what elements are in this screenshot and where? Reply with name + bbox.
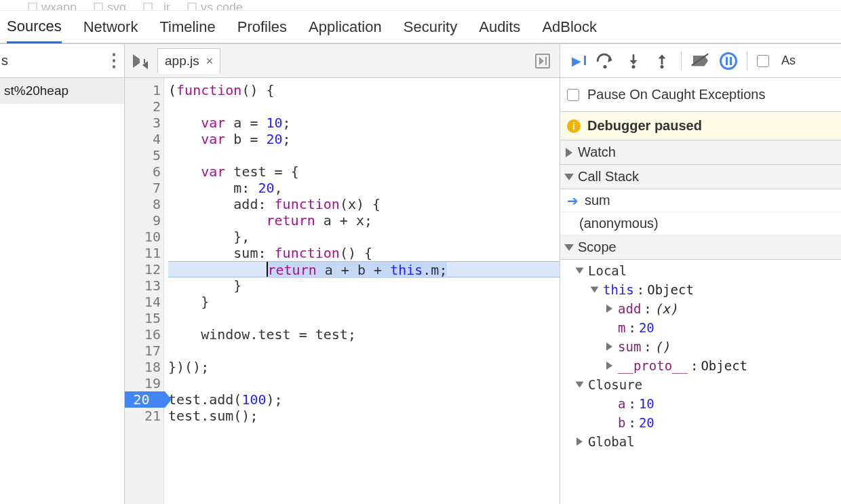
tab-application[interactable]: Application	[309, 11, 382, 43]
pause-on-exceptions-icon[interactable]	[720, 52, 737, 70]
expand-icon[interactable]	[606, 362, 612, 370]
callstack-frame[interactable]: sum	[560, 189, 841, 212]
tab-profiles[interactable]: Profiles	[237, 11, 287, 43]
collapse-icon[interactable]	[576, 382, 584, 388]
navigator-title-cut: s	[1, 53, 8, 69]
tab-network[interactable]: Network	[83, 11, 138, 43]
step-into-icon[interactable]	[624, 53, 643, 69]
debugger-status-text: Debugger paused	[587, 118, 702, 134]
scope-section-header[interactable]: Scope	[560, 235, 841, 260]
deactivate-breakpoints-icon[interactable]	[691, 53, 710, 69]
gutter[interactable]: 123456789101112131415161718192021	[125, 78, 164, 504]
collapse-icon	[564, 244, 574, 251]
scope-prop[interactable]: b: 20	[564, 413, 841, 432]
debugger-status-row: i Debugger paused	[560, 112, 841, 140]
expand-icon[interactable]	[576, 438, 583, 446]
close-tab-icon[interactable]: ×	[206, 54, 214, 69]
tab-timeline[interactable]: Timeline	[159, 11, 215, 43]
debugger-sidebar: As Pause On Caught Exceptions i Debugger…	[560, 44, 841, 504]
expand-icon[interactable]	[606, 305, 612, 313]
tab-security[interactable]: Security	[404, 11, 457, 43]
collapse-icon[interactable]	[591, 287, 599, 293]
toolbar-divider	[681, 52, 682, 71]
pause-caught-row[interactable]: Pause On Caught Exceptions	[560, 78, 841, 112]
tab-adblock[interactable]: AdBlock	[542, 11, 597, 43]
callstack-frame[interactable]: (anonymous)	[560, 212, 841, 235]
scope-label: Scope	[578, 239, 617, 255]
source-editor-panel: app.js × 1234567891011121314151617181920…	[125, 44, 560, 504]
file-tab-label: app.js	[165, 54, 199, 69]
scope-closure-label: Closure	[588, 375, 642, 394]
watch-section-header[interactable]: Watch	[560, 140, 841, 165]
callstack-label: Call Stack	[578, 169, 639, 185]
pause-caught-label: Pause On Caught Exceptions	[587, 87, 765, 102]
scope-this-type: Object	[647, 280, 694, 299]
code-editor[interactable]: 123456789101112131415161718192021 (funct…	[125, 78, 560, 504]
callstack-list: sum(anonymous)	[560, 189, 841, 235]
scope-this-key: this	[603, 280, 634, 299]
scope-prop[interactable]: sum: ()	[564, 337, 841, 356]
expand-icon[interactable]	[606, 343, 612, 351]
file-tab[interactable]: app.js ×	[157, 48, 220, 74]
async-label-cut: As	[781, 54, 796, 68]
info-icon: i	[567, 119, 581, 133]
callstack-section-header[interactable]: Call Stack	[560, 165, 841, 189]
debugger-toolbar: As	[560, 44, 841, 78]
scope-prop[interactable]: add: (x)	[564, 299, 841, 318]
devtools-tabs: SourcesNetworkTimelineProfilesApplicatio…	[0, 11, 841, 43]
watch-label: Watch	[578, 144, 616, 160]
scope-prop[interactable]: m: 20	[564, 318, 841, 337]
scope-global-label: Global	[588, 432, 635, 451]
step-out-icon[interactable]	[652, 53, 671, 69]
more-options-icon[interactable]	[102, 53, 119, 69]
os-folder-row: ☐ wxapp☐ svg☐ _jr☐ vs code	[0, 0, 841, 11]
step-over-icon[interactable]	[595, 53, 614, 69]
resume-icon[interactable]	[567, 53, 586, 69]
toolbar-divider	[747, 52, 747, 71]
collapse-icon	[564, 174, 574, 180]
pretty-print-icon[interactable]	[535, 54, 550, 69]
scope-prop[interactable]: a: 10	[564, 394, 841, 413]
tab-sources[interactable]: Sources	[7, 12, 62, 43]
toggle-navigator-icon[interactable]	[133, 54, 151, 68]
tab-audits[interactable]: Audits	[479, 11, 520, 43]
scope-local-label: Local	[588, 261, 627, 280]
navigator-panel: s st%20heap	[0, 44, 125, 504]
code-lines[interactable]: (function() { var a = 10; var b = 20; va…	[164, 78, 560, 504]
async-checkbox[interactable]	[757, 55, 769, 67]
expand-icon	[566, 148, 572, 157]
collapse-icon[interactable]	[576, 268, 584, 274]
tree-item[interactable]: st%20heap	[0, 78, 124, 104]
scope-tree: Local this: Object add: (x)m: 20sum: ()_…	[560, 260, 841, 455]
scope-prop[interactable]: __proto__: Object	[564, 356, 841, 375]
pause-caught-checkbox[interactable]	[567, 89, 579, 101]
